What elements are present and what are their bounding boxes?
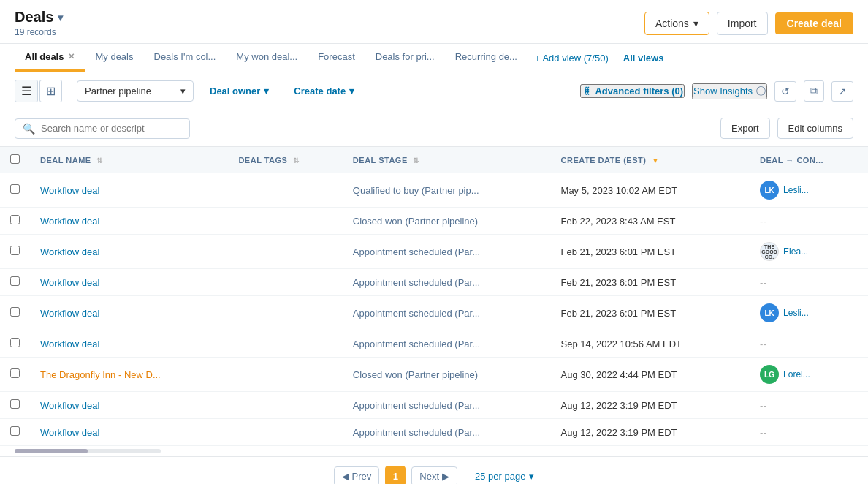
avatar: LK: [760, 303, 779, 322]
row-checkbox[interactable]: [10, 184, 20, 194]
row-checkbox[interactable]: [10, 338, 20, 347]
chevron-left-icon: ◀: [342, 471, 349, 482]
create-date-chevron-icon: ▾: [349, 86, 354, 97]
table-row: Workflow dealQualified to buy (Partner p…: [0, 173, 868, 208]
deal-name-link[interactable]: Workflow deal: [40, 427, 99, 438]
actions-label: Actions: [655, 18, 689, 29]
deal-stage-cell: Appointment scheduled (Par...: [343, 269, 551, 296]
share-button[interactable]: ↗: [831, 81, 853, 102]
deal-name-link[interactable]: Workflow deal: [40, 277, 99, 288]
search-input[interactable]: [41, 123, 182, 134]
actions-button[interactable]: Actions ▾: [644, 12, 709, 35]
chevron-right-icon: ▶: [442, 471, 449, 482]
header-actions: Actions ▾ Import Create deal: [644, 12, 853, 35]
tab-deals-im-col[interactable]: Deals I'm col...: [144, 44, 226, 72]
col-deal-name[interactable]: Deal name ⇅: [30, 147, 228, 173]
deal-name-link[interactable]: Workflow deal: [40, 216, 99, 227]
row-checkbox[interactable]: [10, 426, 20, 436]
select-all-header[interactable]: [0, 147, 30, 173]
show-insights-label: Show Insights: [693, 86, 753, 97]
contact-name[interactable]: Lesli...: [783, 308, 809, 318]
col-deal-tags[interactable]: Deal tags ⇅: [228, 147, 342, 173]
tab-close-icon[interactable]: ✕: [68, 52, 75, 61]
scrollbar-track[interactable]: [15, 449, 161, 453]
export-button[interactable]: Export: [720, 118, 770, 139]
undo-button[interactable]: ↺: [774, 81, 796, 102]
deal-name-link[interactable]: Workflow deal: [40, 400, 99, 411]
page-title: Deals: [15, 9, 53, 26]
search-box[interactable]: 🔍: [15, 118, 190, 139]
deal-name-link[interactable]: Workflow deal: [40, 246, 99, 257]
col-deal-name-label: Deal name: [40, 156, 91, 165]
scrollbar-thumb[interactable]: [15, 449, 88, 453]
grid-view-button[interactable]: ⊞: [39, 80, 62, 102]
col-create-date[interactable]: Create date (EST) ▼: [551, 147, 750, 173]
deal-name-cell: Workflow deal: [30, 269, 228, 296]
deal-name-link[interactable]: The Dragonfly Inn - New D...: [40, 369, 161, 380]
page-number-1[interactable]: 1: [385, 466, 406, 484]
tab-my-deals[interactable]: My deals: [85, 44, 143, 72]
create-deal-button[interactable]: Create deal: [775, 12, 853, 34]
prev-page-button[interactable]: ◀ Prev: [334, 466, 380, 485]
copy-button[interactable]: ⧉: [804, 80, 824, 102]
horizontal-scrollbar-row: [0, 446, 868, 456]
deal-name-cell: Workflow deal: [30, 235, 228, 269]
col-deal-stage[interactable]: Deal stage ⇅: [343, 147, 551, 173]
title-dropdown-icon[interactable]: ▾: [58, 12, 63, 23]
tab-all-deals[interactable]: All deals ✕: [15, 44, 85, 72]
create-date-cell: Sep 14, 2022 10:56 AM EDT: [551, 330, 750, 358]
row-checkbox-cell: [0, 358, 30, 392]
deal-owner-filter[interactable]: Deal owner ▾: [201, 81, 278, 101]
col-create-date-label: Create date (EST): [561, 156, 647, 165]
contact-info: LKLesli...: [760, 303, 858, 322]
list-view-button[interactable]: ☰: [15, 80, 38, 102]
add-view-button[interactable]: + Add view (7/50): [528, 45, 616, 71]
contact-cell: THEGOODCO.Elea...: [750, 235, 868, 269]
next-page-button[interactable]: Next ▶: [411, 466, 457, 485]
import-button[interactable]: Import: [717, 12, 768, 35]
contact-cell: LGLorel...: [750, 358, 868, 392]
select-all-checkbox[interactable]: [10, 154, 20, 164]
tab-label: My deals: [95, 51, 133, 62]
contact-name[interactable]: Elea...: [783, 246, 808, 257]
tab-recurring[interactable]: Recurring de...: [445, 44, 528, 72]
deal-tags-cell: [228, 173, 342, 208]
toolbar: ☰ ⊞ Partner pipeline ▾ Deal owner ▾ Crea…: [0, 72, 868, 110]
avatar: LG: [760, 365, 779, 384]
table-row: Workflow dealAppointment scheduled (Par.…: [0, 419, 868, 446]
contact-info: THEGOODCO.Elea...: [760, 242, 858, 261]
tab-forecast[interactable]: Forecast: [308, 44, 365, 72]
deal-name-link[interactable]: Workflow deal: [40, 308, 99, 319]
contact-name[interactable]: Lesli...: [783, 185, 809, 195]
row-checkbox-cell: [0, 330, 30, 358]
row-checkbox[interactable]: [10, 246, 20, 255]
deals-table-container: Deal name ⇅ Deal tags ⇅ Deal stage ⇅ Cre…: [0, 147, 868, 446]
row-checkbox[interactable]: [10, 399, 20, 409]
deal-name-link[interactable]: Workflow deal: [40, 185, 99, 196]
row-checkbox[interactable]: [10, 368, 20, 378]
deal-tags-cell: [228, 392, 342, 419]
deal-name-link[interactable]: Workflow deal: [40, 339, 99, 349]
all-views-button[interactable]: All views: [616, 45, 671, 71]
per-page-select[interactable]: 25 per page ▾: [475, 471, 534, 482]
tab-label: Forecast: [318, 51, 355, 62]
search-right: Export Edit columns: [720, 118, 853, 139]
contact-cell: --: [750, 330, 868, 358]
row-checkbox[interactable]: [10, 307, 20, 317]
current-page: 1: [393, 471, 398, 482]
deal-name-cell: Workflow deal: [30, 419, 228, 446]
deal-tags-cell: [228, 419, 342, 446]
edit-columns-button[interactable]: Edit columns: [777, 118, 853, 139]
tab-deals-for-pri[interactable]: Deals for pri...: [365, 44, 445, 72]
create-date-cell: Aug 12, 2022 3:19 PM EDT: [551, 419, 750, 446]
contact-name[interactable]: Lorel...: [783, 369, 810, 379]
advanced-filters-label: Advanced filters (0): [595, 86, 683, 97]
filter-lines-icon: ⧛: [582, 86, 591, 97]
advanced-filters-button[interactable]: ⧛ Advanced filters (0): [580, 84, 685, 98]
pipeline-select[interactable]: Partner pipeline ▾: [77, 80, 194, 102]
row-checkbox[interactable]: [10, 276, 20, 286]
row-checkbox[interactable]: [10, 215, 20, 224]
create-date-filter[interactable]: Create date ▾: [285, 81, 363, 101]
tab-my-won-deals[interactable]: My won deal...: [226, 44, 308, 72]
show-insights-button[interactable]: Show Insights ⓘ: [692, 83, 767, 99]
